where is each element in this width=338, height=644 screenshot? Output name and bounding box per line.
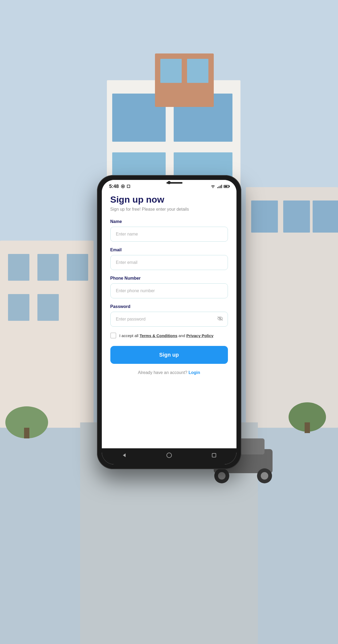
terms-text: I accept all Terms & Conditions and Priv…	[119, 333, 213, 338]
battery-icon	[224, 185, 229, 188]
speaker-grille	[166, 182, 182, 184]
name-label: Name	[110, 219, 228, 224]
terms-row: I accept all Terms & Conditions and Priv…	[110, 333, 228, 338]
page-title: Sign up now	[110, 194, 228, 205]
email-field-wrapper[interactable]	[110, 255, 228, 270]
email-input[interactable]	[110, 255, 228, 270]
bottom-nav	[102, 448, 236, 464]
svg-rect-37	[212, 453, 216, 457]
phone-label: Phone Number	[110, 276, 228, 281]
phone-field-wrapper[interactable]	[110, 283, 228, 298]
password-input[interactable]	[110, 312, 228, 327]
phone-frame: 5:48	[97, 175, 241, 469]
form-content: Sign up now Sign up for free! Please ent…	[102, 191, 236, 448]
status-right	[210, 184, 229, 188]
svg-rect-23	[24, 428, 29, 438]
signal-icon	[217, 184, 222, 188]
recent-apps-button[interactable]	[209, 450, 219, 460]
login-prompt-text: Already have an account?	[138, 370, 187, 375]
svg-rect-15	[187, 59, 208, 83]
svg-rect-4	[37, 254, 59, 281]
svg-rect-7	[37, 294, 59, 321]
status-left: 5:48	[109, 184, 130, 189]
svg-marker-35	[123, 453, 126, 457]
svg-rect-14	[160, 59, 182, 83]
svg-rect-18	[283, 200, 310, 233]
status-time: 5:48	[109, 184, 119, 189]
status-icon-1	[121, 184, 125, 188]
svg-rect-3	[8, 254, 29, 281]
wifi-icon	[210, 184, 216, 188]
svg-rect-6	[8, 294, 29, 321]
eye-toggle-icon[interactable]	[217, 316, 223, 322]
phone-input[interactable]	[110, 283, 228, 298]
svg-point-30	[261, 472, 268, 480]
home-button[interactable]	[164, 450, 174, 460]
email-label: Email	[110, 248, 228, 252]
login-link[interactable]: Login	[188, 370, 200, 375]
page-subtitle: Sign up for free! Please enter your deta…	[110, 207, 228, 212]
privacy-policy-link[interactable]: Privacy Policy	[186, 333, 213, 338]
svg-rect-24	[305, 422, 310, 433]
password-label: Password	[110, 304, 228, 309]
terms-checkbox[interactable]	[110, 333, 116, 338]
status-icon-2	[127, 185, 130, 188]
svg-rect-19	[313, 200, 338, 233]
svg-rect-17	[251, 200, 278, 233]
name-field-wrapper[interactable]	[110, 227, 228, 242]
phone-screen: 5:48	[102, 180, 236, 464]
password-field-wrapper[interactable]	[110, 312, 228, 327]
svg-point-36	[167, 453, 172, 458]
signup-button[interactable]: Sign up	[110, 346, 228, 364]
svg-rect-5	[67, 254, 88, 281]
back-button[interactable]	[119, 450, 129, 460]
login-row: Already have an account? Login	[110, 370, 228, 375]
terms-conditions-link[interactable]: Terms & Conditions	[139, 333, 177, 338]
name-input[interactable]	[110, 227, 228, 242]
svg-point-28	[218, 472, 226, 480]
svg-point-31	[212, 187, 213, 188]
